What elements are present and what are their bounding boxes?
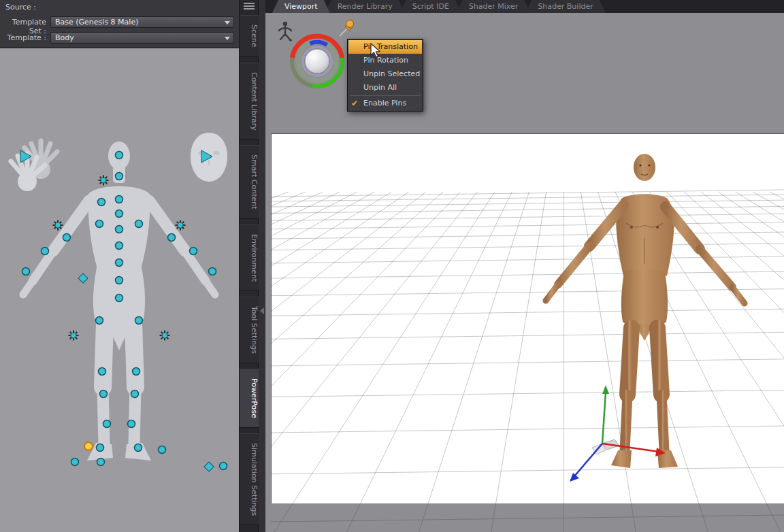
panel-splitter[interactable] [259,0,265,532]
pose-dot[interactable] [116,210,123,218]
tab-script-ide[interactable]: Script IDE [400,0,461,13]
pose-gear[interactable] [55,222,61,228]
viewport-tab-bar: Viewport Render Library Script IDE Shade… [265,0,784,13]
genesis8-male-figure[interactable] [524,143,769,483]
tab-render-library[interactable]: Render Library [325,0,405,13]
sidebar-tab-content-library[interactable]: Content Library [240,63,259,140]
menu-item-pin-rotation[interactable]: Pin Rotation [348,54,422,67]
pose-dot[interactable] [116,277,123,284]
pose-dot[interactable] [131,390,139,398]
mouse-cursor [369,42,382,59]
pose-dot-pinned[interactable] [84,442,93,450]
pose-dot[interactable] [159,446,166,454]
chevron-down-icon [225,21,230,24]
pose-diamond[interactable] [204,462,214,471]
powerpose-panel: Source : Template Set : Base (Genesis 8 … [0,0,240,532]
pose-dot[interactable] [116,295,123,302]
pose-dot[interactable] [100,390,108,398]
pose-dot[interactable] [190,248,197,255]
powerpose-figure-area[interactable] [0,48,239,532]
menu-item-enable-pins[interactable]: ✔ Enable Pins [348,97,422,110]
pin-context-menu: Pin Translation Pin Rotation Unpin Selec… [347,39,423,112]
chevron-down-icon [225,37,230,40]
collapse-arrow-icon[interactable] [260,307,264,314]
pose-dot[interactable] [135,444,142,452]
sidebar-tab-simulation-settings[interactable]: Simulation Settings [240,433,259,525]
tab-shader-mixer[interactable]: Shader Mixer [457,0,530,13]
tab-viewport[interactable]: Viewport [272,0,330,13]
template-label: Template : [0,33,46,42]
hands-thumbnail[interactable] [11,141,57,191]
pose-dot[interactable] [128,420,135,428]
pose-diamond[interactable] [78,273,88,283]
menu-item-unpin-all[interactable]: Unpin All [348,81,422,95]
pose-gear[interactable] [71,333,76,338]
pose-dot[interactable] [96,220,103,228]
tab-shader-builder[interactable]: Shader Builder [525,0,605,13]
pose-dot[interactable] [103,420,111,428]
sidebar-tab-tool-settings[interactable]: Tool Settings [240,297,259,363]
pose-dot[interactable] [99,368,106,376]
pose-dot[interactable] [96,317,103,325]
pose-dot[interactable] [71,459,79,466]
pose-dot[interactable] [220,463,227,470]
sidebar-tab-environment[interactable]: Environment [240,225,259,291]
check-icon: ✔ [351,97,358,110]
viewport-workspace[interactable]: Pin Translation Pin Rotation Unpin Selec… [265,13,784,532]
wheel-sphere [305,49,329,73]
pose-dot[interactable] [22,268,30,276]
menu-separator [350,95,421,96]
pose-dot[interactable] [133,368,140,376]
menu-item-pin-translation[interactable]: Pin Translation [348,40,422,54]
pose-dot[interactable] [209,268,216,276]
pose-dot[interactable] [116,242,123,250]
pose-gear[interactable] [101,178,106,183]
pose-rotation-wheel[interactable] [289,31,346,90]
pane-menu-icon[interactable] [244,3,255,10]
sidebar-tab-smart-content[interactable]: Smart Content [240,145,259,219]
main-area: Viewport Render Library Script IDE Shade… [265,0,784,532]
pose-dot[interactable] [63,234,71,242]
pose-template-figure [0,48,240,532]
pose-dot[interactable] [98,199,105,206]
pose-dot[interactable] [97,444,104,452]
sidebar-tab-scene[interactable]: Scene [240,15,259,57]
daz-studio-window: Source : Template Set : Base (Genesis 8 … [0,0,784,532]
pose-dot[interactable] [116,196,123,203]
pose-dot[interactable] [135,317,143,325]
menu-item-unpin-selected[interactable]: Unpin Selected [348,67,422,81]
pose-dot[interactable] [116,173,123,180]
pose-dot[interactable] [116,226,123,233]
pose-dot[interactable] [97,459,105,466]
pose-gear[interactable] [178,222,183,228]
template-dropdown[interactable]: Body [50,32,234,44]
template-set-dropdown[interactable]: Base (Genesis 8 Male) [50,16,234,28]
pose-gear[interactable] [162,333,167,338]
pose-dot[interactable] [168,234,176,242]
pose-dot[interactable] [135,220,143,228]
pane-tab-strip: Scene Content Library Smart Content Envi… [240,0,259,532]
pose-dot[interactable] [42,248,49,255]
sidebar-tab-powerpose[interactable]: PowerPose [240,369,259,428]
pose-dot[interactable] [116,259,123,267]
pin-icon[interactable] [336,18,357,39]
source-label: Source : [5,3,36,12]
pose-dot[interactable] [116,152,123,159]
